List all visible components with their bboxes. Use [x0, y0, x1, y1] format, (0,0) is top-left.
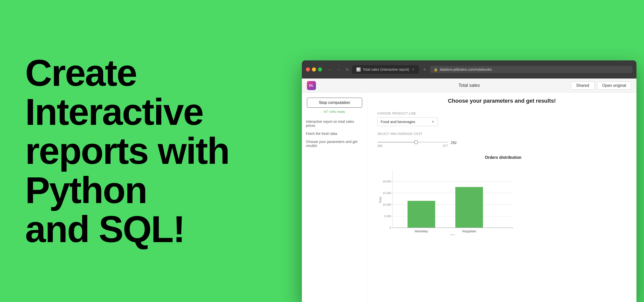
tab-favicon: 📊	[356, 67, 361, 72]
svg-text:20,000: 20,000	[383, 180, 391, 183]
bar-naypyitaw	[455, 187, 483, 228]
chart-section: Orders distribution Total 0 5,000	[375, 155, 629, 235]
svg-text:5,000: 5,000	[384, 215, 391, 218]
slider-min-label: 265	[377, 144, 382, 148]
slider-current-value: 292	[451, 141, 457, 145]
cell-item-2[interactable]: Fetch the fresh data	[306, 131, 363, 137]
app-header: DL Total sales Shared Open original	[302, 79, 636, 93]
svg-text:Naypyitaw: Naypyitaw	[462, 230, 476, 233]
product-line-label: CHOOSE PRODUCT LINE	[377, 112, 629, 115]
slider-container: 265 377	[377, 142, 448, 148]
params-section: CHOOSE PRODUCT LINE Food and beverages ▼…	[375, 112, 629, 148]
hero-right-panel: ← → ↻ 📊 Total sales (Interactive report)…	[277, 0, 644, 302]
new-tab-button[interactable]: +	[421, 65, 429, 73]
svg-text:Mandalay: Mandalay	[415, 230, 428, 233]
shared-button[interactable]: Shared	[571, 82, 594, 90]
stop-computation-button[interactable]: Stop computation	[307, 98, 362, 108]
svg-text:City: City	[450, 234, 456, 235]
cell-list: Interactive report on total sales prices…	[306, 119, 363, 149]
back-button[interactable]: ←	[327, 66, 334, 73]
bar-mandalay	[408, 201, 435, 228]
slider-fill	[377, 142, 416, 143]
browser-chrome: ← → ↻ 📊 Total sales (Interactive report)…	[302, 60, 636, 79]
product-line-value: Food and beverages	[381, 120, 415, 124]
bar-chart-svg: Total 0 5,000 10,000	[377, 165, 523, 235]
app-title: Total sales	[458, 83, 480, 88]
slider-max-label: 377	[443, 144, 448, 148]
browser-tab[interactable]: 📊 Total sales (Interactive report) ✕	[352, 65, 419, 74]
svg-text:Total: Total	[379, 197, 382, 203]
headline-line4: and SQL!	[25, 208, 185, 250]
cells-ready-status: 6/7 cells ready	[306, 110, 363, 114]
headline-line2: reports with	[25, 130, 229, 172]
address-url: datalore.jetbrains.com/notebooks	[440, 67, 492, 71]
traffic-light-yellow[interactable]	[312, 67, 316, 71]
notebook-page-heading: Choose your parameters and get results!	[375, 98, 629, 104]
tab-close-button[interactable]: ✕	[411, 67, 415, 71]
min-cost-label: SELECT MIN AVERAGE COST	[377, 132, 629, 136]
svg-text:0: 0	[390, 226, 391, 229]
slider-row: 265 377 292	[377, 138, 629, 148]
notebook-sidebar: Stop computation 6/7 cells ready Interac…	[302, 93, 367, 302]
svg-text:10,000: 10,000	[383, 203, 391, 206]
product-line-dropdown[interactable]: Food and beverages ▼	[377, 117, 438, 126]
app-logo: DL	[307, 81, 316, 90]
refresh-button[interactable]: ↻	[344, 66, 351, 73]
slider-thumb[interactable]	[414, 140, 418, 144]
cell-item-3[interactable]: Choose your parameters and get results!	[306, 139, 363, 149]
slider-track[interactable]	[377, 142, 448, 143]
address-bar[interactable]: 🔒 datalore.jetbrains.com/notebooks	[430, 66, 632, 73]
browser-window: ← → ↻ 📊 Total sales (Interactive report)…	[302, 60, 636, 302]
forward-button[interactable]: →	[335, 66, 342, 73]
main-content: Stop computation 6/7 cells ready Interac…	[302, 93, 636, 302]
app-header-actions: Shared Open original	[571, 82, 631, 90]
traffic-lights	[306, 67, 322, 71]
svg-text:15,000: 15,000	[383, 192, 391, 195]
slider-labels: 265 377	[377, 144, 448, 148]
headline-line3: Python	[25, 169, 147, 211]
tab-title: Total sales (Interactive report)	[363, 67, 409, 71]
cell-item-1[interactable]: Interactive report on total sales prices	[306, 119, 363, 129]
dropdown-arrow-icon: ▼	[431, 120, 434, 124]
chart-area: Total 0 5,000 10,000	[377, 165, 523, 235]
chart-title: Orders distribution	[377, 155, 629, 160]
headline-line1: Create Interactive	[25, 52, 203, 133]
lock-icon: 🔒	[434, 68, 438, 71]
traffic-light-green[interactable]	[318, 67, 322, 71]
traffic-light-red[interactable]	[306, 67, 310, 71]
hero-headline: Create Interactive reports with Python a…	[25, 53, 257, 249]
notebook-content: Choose your parameters and get results! …	[367, 93, 636, 302]
hero-left-panel: Create Interactive reports with Python a…	[0, 0, 277, 302]
open-original-button[interactable]: Open original	[597, 82, 631, 90]
